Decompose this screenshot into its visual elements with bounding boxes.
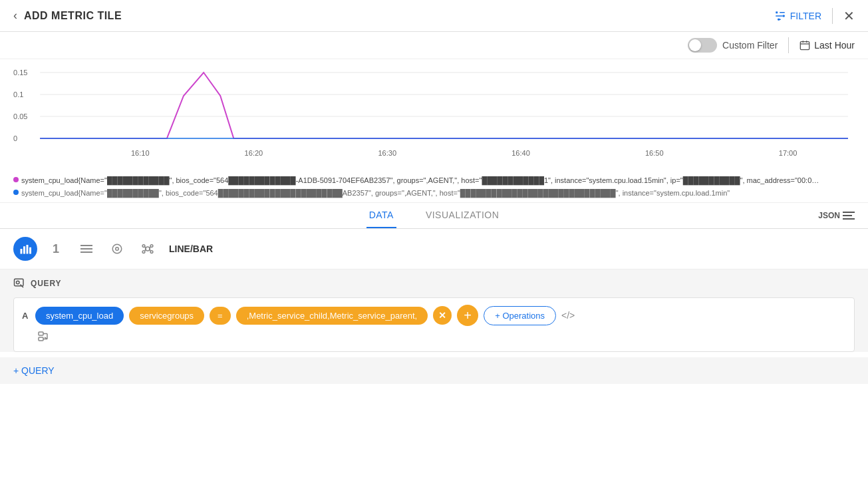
viz-bar-chart-button[interactable] [13, 237, 37, 261]
svg-rect-25 [21, 249, 23, 254]
list-icon [80, 244, 92, 253]
gauge-icon [111, 243, 123, 255]
close-button[interactable]: ✕ [843, 9, 855, 23]
legend-area: system_cpu_load{Name="████████████", bio… [0, 172, 868, 203]
svg-rect-0 [776, 11, 778, 13]
filter-value-tag[interactable]: ,Metric_service_child,Metric_service_par… [236, 307, 428, 325]
operations-label: + Operations [495, 311, 545, 321]
svg-rect-26 [23, 246, 25, 253]
svg-text:0.1: 0.1 [13, 90, 23, 98]
add-filter-button[interactable]: + [457, 305, 478, 326]
bar-chart-icon [19, 243, 31, 255]
header-divider [832, 8, 833, 24]
header-right: FILTER ✕ [774, 8, 855, 24]
query-section: QUERY A system_cpu_load servicegroups = … [0, 269, 868, 352]
tabs-row: DATA VISUALIZATION JSON [0, 203, 868, 229]
svg-text:17:00: 17:00 [779, 149, 797, 157]
filter-bar-divider [788, 37, 789, 53]
filter-button[interactable]: FILTER [774, 10, 821, 22]
query-letter-a: A [22, 311, 30, 321]
viz-type-label: LINE/BAR [169, 244, 213, 254]
svg-rect-28 [29, 248, 31, 254]
svg-rect-47 [39, 337, 43, 341]
svg-line-39 [145, 247, 146, 249]
svg-rect-46 [39, 332, 43, 335]
metric-tag[interactable]: system_cpu_load [35, 307, 124, 325]
filter-bar: Custom Filter Last Hour [0, 32, 868, 59]
svg-point-35 [142, 245, 145, 248]
tab-visualization[interactable]: VISUALIZATION [423, 203, 502, 228]
custom-filter-toggle[interactable] [688, 38, 717, 53]
svg-rect-1 [783, 15, 785, 17]
svg-point-32 [112, 244, 122, 253]
json-lines-icon [843, 211, 855, 220]
add-query-row: + QUERY [0, 357, 868, 384]
clock-icon [799, 40, 810, 51]
filter-icon [774, 10, 786, 22]
query-row-inner: A system_cpu_load servicegroups = ,Metri… [22, 305, 846, 326]
svg-point-34 [146, 247, 150, 251]
query-row-a: A system_cpu_load servicegroups = ,Metri… [13, 297, 855, 352]
svg-point-36 [150, 245, 153, 248]
svg-rect-2 [778, 18, 780, 20]
legend-item-2: system_cpu_load{Name="██████████", bios_… [13, 188, 855, 199]
svg-text:0.05: 0.05 [13, 112, 27, 120]
time-range-button[interactable]: Last Hour [799, 40, 855, 51]
svg-rect-3 [801, 42, 809, 50]
svg-rect-27 [27, 245, 29, 254]
viz-gauge-button[interactable] [105, 237, 129, 261]
filter-label: FILTER [790, 11, 821, 21]
query-search-icon [13, 277, 25, 289]
svg-point-44 [17, 281, 20, 284]
svg-text:0: 0 [13, 134, 17, 142]
svg-line-41 [145, 249, 146, 251]
topology-icon [142, 243, 154, 255]
group-by-icon[interactable] [38, 331, 51, 342]
header: ‹ ADD METRIC TILE FILTER ✕ [0, 0, 868, 32]
legend-dot-2 [13, 190, 19, 195]
legend-dot-1 [13, 177, 19, 182]
svg-text:0.15: 0.15 [13, 69, 27, 77]
remove-filter-button[interactable]: ✕ [433, 306, 452, 325]
code-toggle-button[interactable]: </> [561, 310, 575, 321]
add-query-label: + QUERY [13, 365, 55, 376]
operations-button[interactable]: + Operations [484, 306, 556, 325]
legend-item-1: system_cpu_load{Name="████████████", bio… [13, 175, 855, 186]
svg-line-42 [150, 249, 150, 251]
legend-text-1: system_cpu_load{Name="████████████", bio… [21, 175, 819, 186]
viz-number-button[interactable]: 1 [44, 237, 68, 261]
time-range-label: Last Hour [814, 40, 855, 51]
filter-key-tag[interactable]: servicegroups [129, 307, 204, 325]
svg-text:16:40: 16:40 [511, 149, 530, 157]
svg-line-40 [150, 247, 150, 249]
svg-text:16:10: 16:10 [131, 149, 150, 157]
viz-type-row: 1 LINE/BAR [0, 229, 868, 269]
chart-area: 0.15 0.1 0.05 0 16:10 16:20 16:30 16:40 … [0, 59, 868, 172]
query-section-header: QUERY [13, 277, 855, 289]
line-chart: 0.15 0.1 0.05 0 16:10 16:20 16:30 16:40 … [13, 66, 855, 162]
custom-filter-label: Custom Filter [722, 40, 778, 51]
query-sub-row [22, 331, 846, 345]
header-left: ‹ ADD METRIC TILE [13, 9, 122, 23]
svg-point-33 [116, 248, 119, 251]
custom-filter-toggle-container: Custom Filter [688, 38, 778, 53]
svg-text:16:20: 16:20 [245, 149, 263, 157]
svg-text:16:50: 16:50 [645, 149, 664, 157]
viz-list-button[interactable] [74, 237, 98, 261]
number-icon: 1 [53, 242, 59, 256]
page-title: ADD METRIC TILE [24, 10, 122, 22]
add-query-button[interactable]: + QUERY [13, 365, 855, 376]
json-label: JSON [818, 211, 840, 220]
query-header-label: QUERY [31, 279, 61, 288]
legend-text-2: system_cpu_load{Name="██████████", bios_… [21, 188, 819, 199]
toggle-knob [689, 39, 701, 51]
tab-data[interactable]: DATA [366, 203, 396, 228]
tabs-center: DATA VISUALIZATION [366, 203, 502, 228]
viz-topology-button[interactable] [136, 237, 160, 261]
json-button[interactable]: JSON [818, 211, 855, 220]
equals-tag[interactable]: = [210, 307, 231, 325]
svg-text:16:30: 16:30 [378, 149, 396, 157]
back-button[interactable]: ‹ [13, 9, 17, 23]
